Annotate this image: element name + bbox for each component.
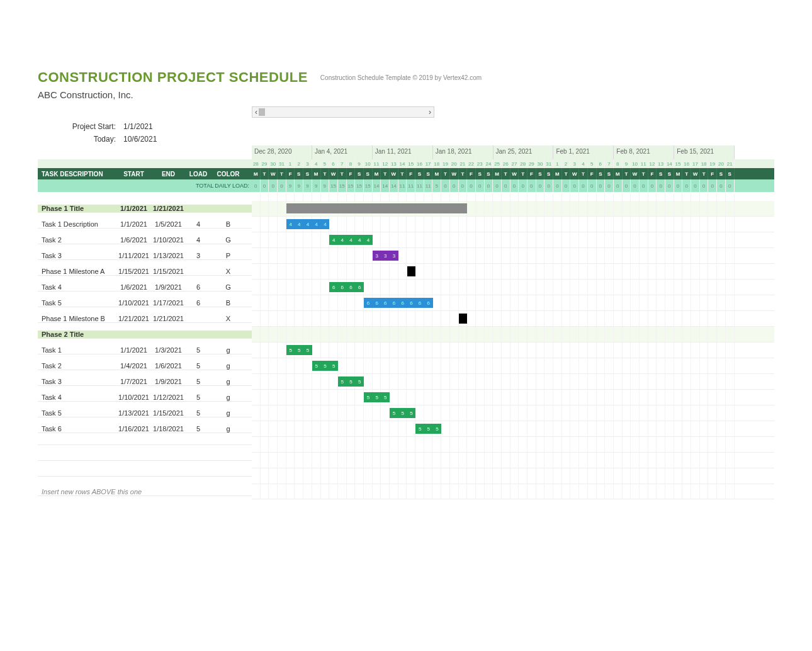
blank-row[interactable] — [38, 453, 774, 468]
gantt-bar[interactable]: 333 — [373, 251, 398, 261]
gantt-bar[interactable]: 555 — [338, 376, 364, 387]
task-load[interactable]: 3 — [186, 252, 211, 259]
task-end[interactable]: 1/21/2021 — [151, 205, 186, 212]
task-end[interactable]: 1/15/2021 — [151, 268, 186, 275]
task-color[interactable]: X — [211, 315, 245, 322]
task-description[interactable]: Task 2 — [38, 362, 116, 370]
gantt-bar[interactable]: 44444 — [329, 235, 373, 245]
gantt-bar[interactable]: 44444 — [286, 219, 330, 229]
task-description[interactable]: Task 5 — [38, 299, 116, 307]
task-row[interactable]: Task 41/6/20211/9/20216G6666 — [38, 280, 774, 295]
gantt-bar[interactable] — [407, 266, 416, 276]
task-end[interactable]: 1/6/2021 — [151, 362, 186, 370]
task-end[interactable]: 1/3/2021 — [151, 346, 186, 354]
gantt-bar[interactable]: 6666 — [329, 282, 364, 292]
task-start[interactable]: 1/6/2021 — [116, 236, 151, 244]
task-description[interactable]: Task 3 — [38, 252, 116, 259]
scroll-right-icon[interactable]: › — [429, 108, 431, 116]
gantt-bar[interactable]: 555 — [415, 424, 441, 434]
task-color[interactable]: g — [211, 425, 245, 433]
blank-row[interactable] — [38, 468, 774, 484]
task-start[interactable]: 1/1/2021 — [116, 346, 151, 354]
task-end[interactable]: 1/21/2021 — [151, 315, 186, 322]
today-value[interactable]: 10/6/2021 — [120, 135, 157, 144]
task-start[interactable]: 1/16/2021 — [116, 425, 151, 433]
gantt-bar[interactable]: 555 — [390, 408, 415, 418]
task-end[interactable]: 1/13/2021 — [151, 252, 186, 259]
task-description[interactable]: Task 5 — [38, 409, 116, 417]
task-row[interactable]: Task 21/4/20211/6/20215g555 — [38, 358, 774, 374]
task-start[interactable]: 1/1/2021 — [116, 220, 151, 228]
task-end[interactable]: 1/18/2021 — [151, 425, 186, 433]
task-color[interactable]: B — [211, 220, 245, 228]
task-end[interactable]: 1/9/2021 — [151, 283, 186, 291]
task-description[interactable]: Phase 1 Milestone B — [38, 315, 116, 322]
task-row[interactable]: Task 31/7/20211/9/20215g555 — [38, 374, 774, 390]
task-row[interactable]: Task 31/11/20211/13/20213P333 — [38, 248, 774, 264]
task-row[interactable]: Task 51/13/20211/15/20215g555 — [38, 405, 774, 421]
task-load[interactable]: 5 — [186, 409, 211, 417]
task-description[interactable]: Task 4 — [38, 283, 116, 291]
task-start[interactable]: 1/7/2021 — [116, 378, 151, 385]
task-description[interactable]: Task 1 — [38, 346, 116, 354]
task-description[interactable]: Phase 2 Title — [38, 331, 116, 338]
task-row[interactable]: Task 1 Description1/1/20211/5/20214B4444… — [38, 217, 774, 232]
task-start[interactable]: 1/1/2021 — [116, 205, 151, 212]
gantt-bar[interactable]: 555 — [286, 345, 312, 355]
task-load[interactable]: 5 — [186, 393, 211, 401]
task-load[interactable]: 5 — [186, 346, 211, 354]
phase-row[interactable]: Phase 1 Title1/1/20211/21/2021 — [38, 201, 774, 217]
task-start[interactable]: 1/21/2021 — [116, 315, 151, 322]
gantt-bar[interactable]: 555 — [364, 392, 390, 402]
task-start[interactable]: 1/10/2021 — [116, 299, 151, 307]
task-load[interactable]: 5 — [186, 362, 211, 370]
task-row[interactable]: Task 51/10/20211/17/20216B66666666 — [38, 295, 774, 311]
task-load[interactable]: 6 — [186, 283, 211, 291]
task-row[interactable]: Phase 1 Milestone B1/21/20211/21/2021X — [38, 311, 774, 327]
task-color[interactable]: P — [211, 252, 245, 259]
task-color[interactable]: g — [211, 393, 245, 401]
task-color[interactable]: G — [211, 236, 245, 244]
task-color[interactable]: g — [211, 409, 245, 417]
task-load[interactable]: 4 — [186, 220, 211, 228]
task-description[interactable]: Phase 1 Title — [38, 205, 116, 212]
task-start[interactable]: 1/10/2021 — [116, 393, 151, 401]
task-row[interactable]: Task 11/1/20211/3/20215g555 — [38, 342, 774, 358]
task-color[interactable]: X — [211, 268, 245, 275]
task-load[interactable]: 5 — [186, 425, 211, 433]
phase-row[interactable]: Phase 2 Title — [38, 327, 774, 342]
task-end[interactable]: 1/10/2021 — [151, 236, 186, 244]
gantt-bar[interactable]: 555 — [312, 361, 338, 371]
task-load[interactable]: 5 — [186, 378, 211, 385]
task-row[interactable]: Task 21/6/20211/10/20214G44444 — [38, 232, 774, 248]
task-end[interactable]: 1/9/2021 — [151, 378, 186, 385]
task-end[interactable]: 1/12/2021 — [151, 393, 186, 401]
task-color[interactable]: g — [211, 362, 245, 370]
task-color[interactable]: B — [211, 299, 245, 307]
task-start[interactable]: 1/15/2021 — [116, 268, 151, 275]
task-description[interactable]: Task 2 — [38, 236, 116, 244]
gantt-bar[interactable] — [459, 314, 468, 324]
project-start-value[interactable]: 1/1/2021 — [120, 122, 153, 131]
task-description[interactable]: Task 3 — [38, 378, 116, 385]
task-row[interactable]: Phase 1 Milestone A1/15/20211/15/2021X — [38, 264, 774, 280]
task-end[interactable]: 1/5/2021 — [151, 220, 186, 228]
gantt-bar[interactable]: 66666666 — [364, 298, 433, 308]
task-row[interactable]: Task 61/16/20211/18/20215g555 — [38, 421, 774, 437]
task-description[interactable]: Task 6 — [38, 425, 116, 433]
task-color[interactable]: G — [211, 283, 245, 291]
task-description[interactable]: Phase 1 Milestone A — [38, 268, 116, 275]
scroll-thumb[interactable] — [259, 108, 265, 116]
timeline-scrollbar[interactable]: ‹ › — [252, 106, 434, 118]
gantt-bar[interactable] — [286, 203, 468, 213]
task-end[interactable]: 1/15/2021 — [151, 409, 186, 417]
task-end[interactable]: 1/17/2021 — [151, 299, 186, 307]
task-row[interactable]: Task 41/10/20211/12/20215g555 — [38, 390, 774, 405]
task-color[interactable]: g — [211, 346, 245, 354]
scroll-left-icon[interactable]: ‹ — [255, 108, 257, 116]
task-start[interactable]: 1/13/2021 — [116, 409, 151, 417]
blank-row[interactable] — [38, 437, 774, 453]
task-start[interactable]: 1/11/2021 — [116, 252, 151, 259]
task-start[interactable]: 1/4/2021 — [116, 362, 151, 370]
task-description[interactable]: Task 1 Description — [38, 220, 116, 228]
